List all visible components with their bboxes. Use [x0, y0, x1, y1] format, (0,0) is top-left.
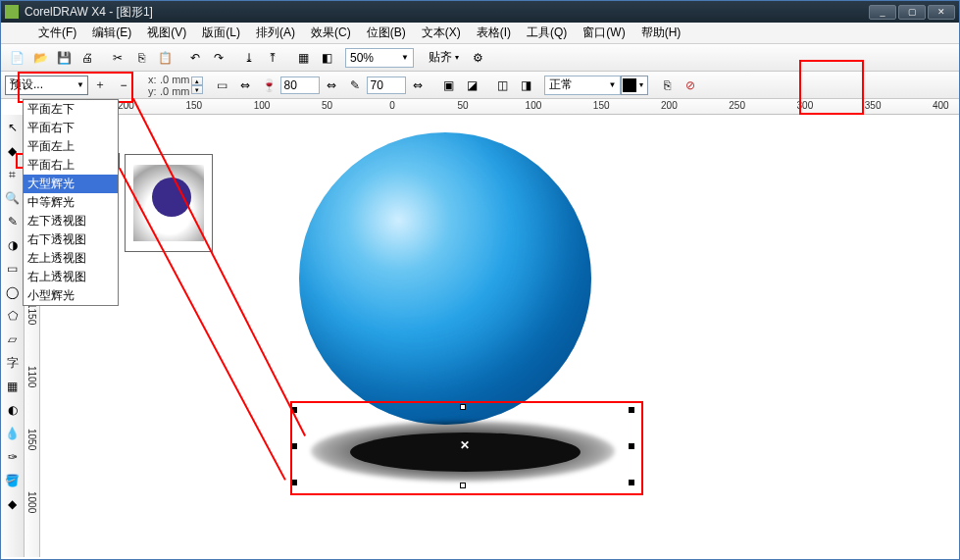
annotation-box-color [799, 60, 864, 115]
undo-icon[interactable]: ↶ [184, 47, 206, 69]
ruler-tick: 1000 [26, 491, 37, 513]
fill-tool-icon[interactable]: 🪣 [4, 472, 22, 489]
ruler-tick: 1050 [26, 429, 37, 450]
menu-help[interactable]: 帮助(H) [633, 25, 689, 41]
interactive-tool-icon[interactable]: ◐ [4, 401, 22, 419]
menu-file[interactable]: 文件(F) [30, 25, 84, 41]
annotation-box-shadow [290, 401, 643, 495]
perspective-icon[interactable]: ◨ [515, 75, 536, 96]
shadow-color-well[interactable]: ▾ [621, 76, 648, 95]
menu-table[interactable]: 表格(I) [469, 25, 519, 41]
preset-option[interactable]: 小型辉光 [24, 286, 118, 305]
rectangle-tool-icon[interactable]: ▭ [4, 260, 22, 278]
menu-view[interactable]: 视图(V) [139, 25, 194, 41]
polygon-tool-icon[interactable]: ⬠ [4, 307, 22, 325]
blend-combo[interactable]: 正常 ▼ [544, 76, 621, 95]
direction-icon[interactable]: ▣ [437, 75, 459, 96]
new-icon[interactable]: 📄 [6, 47, 27, 69]
menu-bar: 文件(F) 编辑(E) 视图(V) 版面(L) 排列(A) 效果(C) 位图(B… [1, 23, 959, 44]
y-label: y: [148, 85, 157, 97]
preset-option[interactable]: 平面左上 [24, 137, 118, 156]
menu-arrange[interactable]: 排列(A) [248, 25, 303, 41]
cut-icon[interactable]: ✂ [107, 47, 128, 69]
snap-dropdown-icon[interactable]: ▾ [455, 53, 459, 62]
copy-properties-icon[interactable]: ⎘ [656, 75, 678, 96]
edge-icon[interactable]: ◪ [461, 75, 482, 96]
zoom-combo[interactable]: 50% ▼ [345, 48, 414, 68]
menu-text[interactable]: 文本(X) [414, 25, 469, 41]
shadow-stretch-icon[interactable]: ⇔ [234, 75, 256, 96]
xy-spinner[interactable]: ▴▾ [191, 76, 203, 94]
welcome-icon[interactable]: ◧ [316, 47, 337, 69]
print-icon[interactable]: 🖨 [76, 47, 98, 69]
minimize-button[interactable]: _ [869, 5, 896, 20]
menu-edit[interactable]: 编辑(E) [84, 25, 139, 41]
menu-layout[interactable]: 版面(L) [194, 25, 248, 41]
glow-opacity-input[interactable] [280, 76, 320, 94]
toolbox: ↖ ◆ ⌗ 🔍 ✎ ◑ ▭ ◯ ⬠ ▱ 字 ▦ ◐ 💧 ✑ 🪣 ◆ [1, 115, 25, 557]
app-launcher-icon[interactable]: ▦ [292, 47, 314, 69]
preset-option[interactable]: 右上透视图 [24, 268, 118, 286]
ruler-tick: 100 [526, 100, 542, 111]
shadow-angle-icon: ▭ [211, 75, 232, 96]
interactive-fill-icon[interactable]: ◆ [4, 495, 22, 513]
preset-option[interactable]: 平面右上 [24, 156, 118, 175]
open-icon[interactable]: 📂 [29, 47, 51, 69]
preset-option[interactable]: 左下透视图 [24, 212, 118, 230]
preset-option[interactable]: 左上透视图 [24, 249, 118, 268]
preset-option[interactable]: 中等辉光 [24, 193, 118, 212]
ellipse-tool-icon[interactable]: ◯ [4, 283, 22, 301]
zoom-tool-icon[interactable]: 🔍 [4, 189, 22, 207]
snap-label[interactable]: 贴齐 [429, 49, 452, 66]
paste-icon[interactable]: 📋 [154, 47, 176, 69]
feather-input[interactable] [367, 76, 406, 94]
ruler-tick: 100 [254, 100, 271, 111]
ruler-tick: 200 [661, 100, 678, 111]
feather-slider-icon[interactable]: ⇔ [321, 75, 342, 96]
menu-bitmaps[interactable]: 位图(B) [359, 25, 414, 41]
menu-tools[interactable]: 工具(Q) [519, 25, 575, 41]
redo-icon[interactable]: ↷ [208, 47, 229, 69]
freehand-tool-icon[interactable]: ✎ [4, 213, 22, 230]
ruler-tick: 250 [729, 100, 745, 111]
app-icon [5, 5, 19, 19]
opacity-icon: 🍷 [258, 75, 279, 96]
zoom-value: 50% [350, 51, 374, 65]
ruler-tick: 1150 [26, 303, 37, 325]
preset-option[interactable]: 平面右下 [24, 119, 118, 137]
menu-effects[interactable]: 效果(C) [303, 25, 359, 41]
maximize-button[interactable]: ▢ [898, 5, 926, 20]
shadow-color-swatch [623, 78, 636, 92]
copy-icon[interactable]: ⎘ [130, 47, 152, 69]
clear-shadow-icon[interactable]: ⊘ [680, 75, 701, 96]
text-tool-icon[interactable]: 字 [4, 354, 22, 372]
preset-option[interactable]: 平面左下 [24, 100, 118, 119]
preset-option[interactable]: 右下透视图 [24, 230, 118, 249]
smart-fill-icon[interactable]: ◑ [4, 236, 22, 254]
preset-option[interactable]: 大型辉光 [24, 175, 118, 193]
preset-dropdown-list[interactable]: 平面左下平面右下平面左上平面右上大型辉光中等辉光左下透视图右下透视图左上透视图右… [23, 99, 119, 306]
feather-slider2-icon[interactable]: ⇔ [407, 75, 429, 96]
ruler-tick: 400 [933, 100, 949, 111]
window-title: CorelDRAW X4 - [图形1] [25, 4, 153, 21]
options-icon[interactable]: ⚙ [467, 47, 488, 69]
pick-tool-icon[interactable]: ↖ [4, 119, 22, 136]
save-icon[interactable]: 💾 [53, 47, 75, 69]
y-value: .0 mm [160, 85, 190, 97]
ruler-tick: 50 [322, 100, 332, 111]
export-icon[interactable]: ⤒ [262, 47, 283, 69]
ruler-tick: 150 [185, 100, 202, 111]
table-tool-icon[interactable]: ▦ [4, 378, 22, 395]
menu-window[interactable]: 窗口(W) [575, 25, 632, 41]
sphere-object[interactable] [299, 132, 591, 425]
eyedropper-icon[interactable]: 💧 [4, 425, 22, 442]
ruler-tick: 50 [457, 100, 468, 111]
fade-icon[interactable]: ◫ [491, 75, 513, 96]
outline-tool-icon[interactable]: ✑ [4, 448, 22, 466]
basic-shapes-icon[interactable]: ▱ [4, 331, 22, 348]
close-button[interactable]: ✕ [928, 5, 955, 20]
x-label: x: [148, 74, 157, 85]
import-icon[interactable]: ⤓ [238, 47, 260, 69]
ruler-tick: 1100 [26, 366, 37, 387]
feather-icon: ✎ [344, 75, 366, 96]
